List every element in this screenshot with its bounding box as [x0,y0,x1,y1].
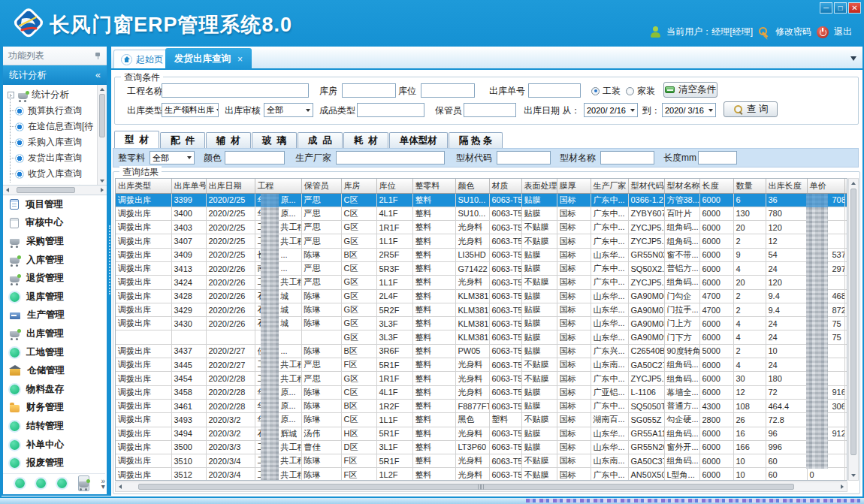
quick-module-icon[interactable] [57,478,67,488]
radio-selected-icon[interactable] [591,87,600,95]
material-tab-6[interactable]: 单体型材 [389,132,448,148]
search-button[interactable]: 查 询 [724,101,778,117]
quick-module-icon[interactable] [36,478,46,488]
table-row[interactable]: 调拨出库34002020/2/25华原...严思C区4L1F整料SU10...6… [116,207,847,220]
column-header[interactable]: 颜色 [455,179,489,193]
table-row[interactable]: 调拨出库34032020/2/25工共工程严思G区1R1F整料光身料6063-T… [116,221,847,234]
table-row[interactable]: 调拨出库34612020/2/28华原...陈琳B区1R2F整料F8877FT6… [116,399,847,412]
date-from-picker[interactable]: 2020/ 2/16 [584,103,638,117]
collapse-icon[interactable]: « [95,70,101,80]
sidebar-section-header[interactable]: 统计分析 « [3,65,107,85]
product-type-input[interactable] [357,103,424,117]
sidebar-menu-item[interactable]: 财务管理 [3,399,107,418]
table-row[interactable]: 调拨出库34242020/2/26工共工程严思G区1L1F整料光身料6063-T… [116,276,847,289]
sidebar-menu-item[interactable]: 补单中心 [3,436,107,454]
location-input[interactable] [421,83,475,98]
column-header[interactable]: 表面处理 [521,179,557,193]
column-header[interactable]: 出库类型 [116,179,171,193]
tree-item[interactable]: 发货出库查询 [3,150,107,166]
maximize-button[interactable]: □ [834,2,847,14]
sidebar-menu-item[interactable]: 出库管理 [3,324,107,343]
tree-expand-icon[interactable]: - [8,92,14,98]
table-row[interactable]: 调拨出库34282020/2/26石城陈琳G区2L4F整料KLM38176063… [116,289,847,303]
column-header[interactable]: 型材代码 [628,179,664,193]
warehouse-input[interactable] [342,83,396,98]
column-header[interactable]: 整零料 [412,179,455,193]
table-row[interactable]: 调拨出库34292020/2/26石城陈琳G区5R2F整料KLM38176063… [116,303,847,316]
sidebar-menu-item[interactable]: 入库管理 [3,251,107,270]
color-input[interactable] [225,151,285,164]
tab-list-dropdown-icon[interactable] [850,56,856,61]
table-row[interactable]: 调拨出库35002020/3/3工共工程曹佳D区3L1F整料LT3P606063… [116,440,847,454]
scroll-left-icon[interactable] [119,484,122,489]
manufacturer-input[interactable] [336,151,445,164]
minimize-button[interactable]: ─ [820,2,832,14]
tree-root-statistics[interactable]: - 统计分析 [3,87,107,103]
scroll-right-icon[interactable] [841,484,844,489]
table-row[interactable]: 调拨出库35102020/3/4工共工程陈琳F区5R1F整料光身料6063-T5… [116,454,847,468]
column-header[interactable]: 膜厚 [557,179,591,193]
cart-toolbar-button[interactable] [78,475,89,491]
column-header[interactable]: 库位 [376,179,412,193]
material-tab-0[interactable]: 型 材 [114,131,159,148]
quick-module-icon[interactable] [15,478,25,488]
column-header[interactable]: 库房 [341,179,376,193]
radio-unselected-icon[interactable] [626,87,634,95]
tree-item[interactable]: 收货入库查询 [3,166,107,182]
table-row[interactable]: 调拨出库34942020/3/2石辉城汤伟H区5R1F整料光身料6063-T5贴… [116,427,847,440]
material-tab-2[interactable]: 辅 材 [206,132,251,148]
column-header[interactable]: 型材名称 [664,179,699,193]
tab-shipment-outbound-query[interactable]: 发货出库查询 × [165,48,252,70]
scroll-up-icon[interactable] [851,182,856,185]
tree-horizontal-scrollbar[interactable] [3,186,107,195]
scroll-down-icon[interactable] [851,474,856,477]
close-button[interactable]: ✕ [848,2,861,14]
table-row[interactable]: 调拨出库33992020/2/25华原...严思C区2L1F整料SU10...6… [116,193,847,207]
scroll-right-icon[interactable] [101,188,104,192]
table-row[interactable]: 调拨出库34452020/2/27工共工程严思F区5R1F整料光身料6063-T… [116,358,847,372]
column-header[interactable]: 工程 [255,179,301,193]
column-header[interactable]: 出库长度 [766,179,807,193]
material-tab-5[interactable]: 耗 材 [343,132,388,148]
pin-icon[interactable] [95,52,101,60]
column-header[interactable]: 单价 [807,179,844,193]
more-modules-icon[interactable]: »▾ [101,478,105,489]
sidebar-menu-item[interactable]: 采购管理 [3,232,107,251]
keeper-input[interactable] [464,103,516,117]
table-row[interactable]: G区3L3F整料KLM38176063-T5贴膜国标山东华...GA90M09.… [116,330,847,344]
table-row[interactable]: 调拨出库34092020/2/25长...陈琳B区2R5F整料LI35HD606… [116,248,847,261]
column-header[interactable]: 长度 [699,179,733,193]
column-header[interactable]: 金 [844,179,847,193]
order-no-input[interactable] [528,83,581,98]
table-row[interactable]: 调拨出库35122020/3/4工共工程陈琳F区1L2F整料光身料6063-T5… [116,468,847,481]
tree-item[interactable]: 在途信息查询[待 [3,119,107,134]
close-tab-icon[interactable]: × [237,54,243,65]
tree-item[interactable]: 采购入库查询 [3,134,107,150]
table-row[interactable]: 调拨出库34542020/2/28工共工程严思G区1R1F整料光身料6063-T… [116,372,847,385]
tree-vertical-scrollbar[interactable] [97,85,107,186]
sidebar-menu-item[interactable]: 生产管理 [3,306,107,325]
sidebar-menu-item[interactable]: 仓储管理 [3,361,107,380]
logout-link[interactable]: 退出 [834,26,852,38]
radio-gongzhuang[interactable]: 工装 [591,83,621,98]
sidebar-menu-item[interactable]: 退库管理 [3,288,107,306]
material-tab-4[interactable]: 成 品 [298,132,343,148]
column-header[interactable]: 数量 [733,179,766,193]
sidebar-menu-item[interactable]: 项目管理 [3,195,107,214]
tree-item[interactable]: 预算执行查询 [3,103,107,119]
table-row[interactable]: 调拨出库34582020/2/28华原...陈琳C区4L1F整料光身料6063-… [116,385,847,399]
sidebar-menu-item[interactable]: 审核中心 [3,214,107,233]
table-row[interactable]: 调拨出库34132020/2/26南...严思C区5R3F整料G71422606… [116,261,847,275]
table-row[interactable]: 调拨出库34932020/3/2华原...陈琳C区1L1F整料黑色塑料不贴膜国标… [116,413,847,427]
sidebar-menu-item[interactable]: 结转管理 [3,417,107,436]
scroll-down-icon[interactable] [100,180,104,183]
project-name-input[interactable] [162,83,309,98]
profile-code-input[interactable] [497,151,551,164]
column-header[interactable]: 材质 [489,179,521,193]
sidebar-menu-item[interactable]: 物料盘存 [3,380,107,399]
out-type-select[interactable]: 生产领料出库 [162,103,219,117]
column-header[interactable]: 保管员 [301,179,341,193]
profile-name-input[interactable] [600,151,654,164]
whole-part-select[interactable]: 全部 [150,151,195,164]
sidebar-menu-item[interactable]: 报废管理 [3,454,107,472]
